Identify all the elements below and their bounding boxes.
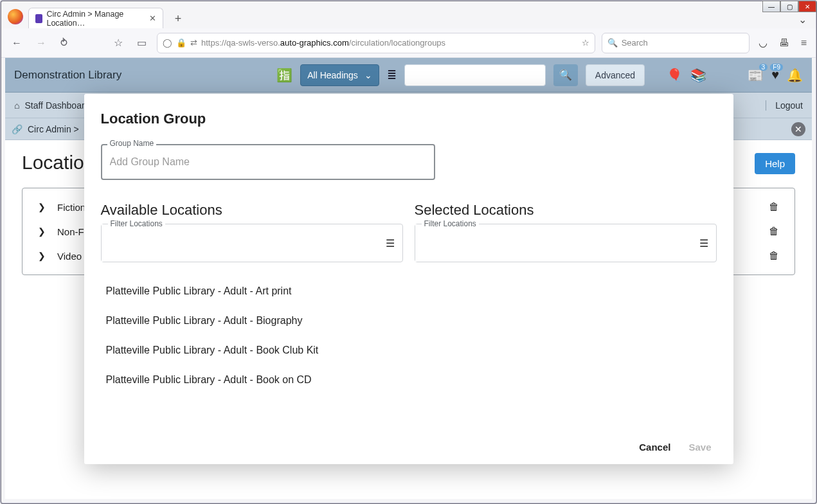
list-icon[interactable]: 📰3 [748, 68, 764, 83]
advanced-search-button[interactable]: Advanced [586, 64, 645, 86]
badge-count: 3 [759, 64, 768, 71]
heart-icon[interactable]: ♥F9 [771, 68, 779, 82]
window-controls: — ▢ ✕ [762, 1, 816, 12]
search-placeholder: Search [622, 38, 648, 48]
search-button[interactable]: 🔍 [553, 64, 578, 86]
close-panel-icon[interactable]: ✕ [791, 122, 805, 136]
available-filter-input[interactable] [102, 224, 374, 262]
filter-icon[interactable]: ☰ [386, 237, 395, 249]
browser-tab[interactable]: Circ Admin > Manage Location… ✕ [28, 8, 163, 28]
extension-icon[interactable]: ▭ [133, 34, 150, 51]
available-locations-list[interactable]: Platteville Public Library - Adult - Art… [101, 276, 403, 418]
home-icon: ⌂ [14, 100, 19, 111]
trash-icon[interactable]: 🗑 [769, 201, 779, 213]
bookmark-page-icon[interactable]: ☆ [582, 38, 589, 48]
pocket-icon[interactable]: ◡ [756, 34, 770, 51]
tab-title: Circ Admin > Manage Location… [46, 10, 143, 28]
cancel-button[interactable]: Cancel [639, 442, 670, 453]
trash-icon[interactable]: 🗑 [769, 250, 779, 262]
window-maximize-button[interactable]: ▢ [780, 1, 798, 12]
window-close-button[interactable]: ✕ [798, 1, 816, 12]
permissions-icon: ⇄ [190, 38, 197, 48]
list-item[interactable]: Platteville Public Library - Adult - Art… [101, 276, 399, 306]
language-icon[interactable]: 🈯 [276, 68, 292, 83]
group-name-label: Group Name [107, 139, 157, 148]
chevron-right-icon: ❯ [38, 202, 46, 212]
headings-select-label: All Headings [307, 70, 358, 80]
tab-close-icon[interactable]: ✕ [149, 14, 156, 23]
list-item[interactable]: Platteville Public Library - Adult - Boo… [101, 365, 399, 395]
address-bar[interactable]: ◯ 🔒 ⇄ https://qa-swls-verso.auto-graphic… [157, 33, 595, 53]
location-group-dialog: Location Group Group Name Available Loca… [84, 94, 733, 464]
library-name: Demonstration Library [14, 69, 121, 82]
filter-label: Filter Locations [108, 219, 165, 228]
hamburger-menu-icon[interactable]: ≡ [798, 35, 809, 51]
filter-icon[interactable]: ☰ [699, 237, 708, 249]
balloon-icon[interactable]: 🎈 [667, 68, 683, 83]
lock-icon: 🔒 [176, 38, 186, 48]
bell-icon[interactable]: 🔔 [787, 68, 803, 83]
available-locations-heading: Available Locations [101, 202, 403, 219]
chevron-right-icon: ❯ [38, 226, 46, 237]
help-button[interactable]: Help [755, 153, 795, 174]
window-minimize-button[interactable]: — [762, 1, 780, 12]
group-name-input[interactable] [101, 144, 435, 180]
tab-favicon-icon [35, 14, 42, 23]
filter-label: Filter Locations [422, 219, 479, 228]
link-icon: 🔗 [12, 124, 22, 134]
dialog-title: Location Group [101, 111, 717, 127]
headings-select[interactable]: All Headings ⌄ [300, 64, 379, 86]
selected-filter-input[interactable] [415, 224, 688, 262]
nav-staff-dashboard[interactable]: Staff Dashboard [24, 100, 89, 111]
save-button: Save [688, 442, 711, 453]
new-tab-button[interactable]: + [168, 9, 188, 28]
reload-button[interactable]: ⥁ [57, 34, 71, 51]
trash-icon[interactable]: 🗑 [769, 226, 779, 237]
breadcrumb-text[interactable]: Circ Admin > [28, 124, 79, 134]
forward-button: → [32, 35, 50, 51]
list-item[interactable]: Platteville Public Library - Adult - Boo… [101, 336, 399, 365]
tabs-dropdown-icon[interactable]: ⌄ [796, 11, 809, 28]
catalog-search-input[interactable] [404, 64, 546, 86]
shield-icon: ◯ [163, 38, 172, 48]
print-icon[interactable]: 🖶 [777, 35, 792, 51]
url-text: https://qa-swls-verso.auto-graphics.com/… [201, 38, 578, 48]
list-item[interactable]: Platteville Public Library - Adult - Bio… [101, 306, 399, 336]
firefox-logo-icon [8, 9, 23, 24]
books-icon[interactable]: 📚 [690, 68, 706, 83]
badge-f9: F9 [770, 64, 783, 71]
database-icon[interactable]: ≣ [387, 68, 397, 82]
back-button[interactable]: ← [8, 35, 26, 51]
logout-link[interactable]: Logout [766, 100, 803, 111]
chevron-down-icon: ⌄ [364, 70, 372, 80]
bookmark-star-icon[interactable]: ☆ [110, 34, 127, 51]
search-icon: 🔍 [559, 69, 572, 81]
browser-search-box[interactable]: 🔍 Search [602, 33, 750, 53]
selected-locations-list[interactable] [415, 276, 717, 418]
search-icon: 🔍 [607, 38, 618, 48]
selected-locations-heading: Selected Locations [415, 202, 717, 219]
chevron-right-icon: ❯ [38, 251, 46, 261]
